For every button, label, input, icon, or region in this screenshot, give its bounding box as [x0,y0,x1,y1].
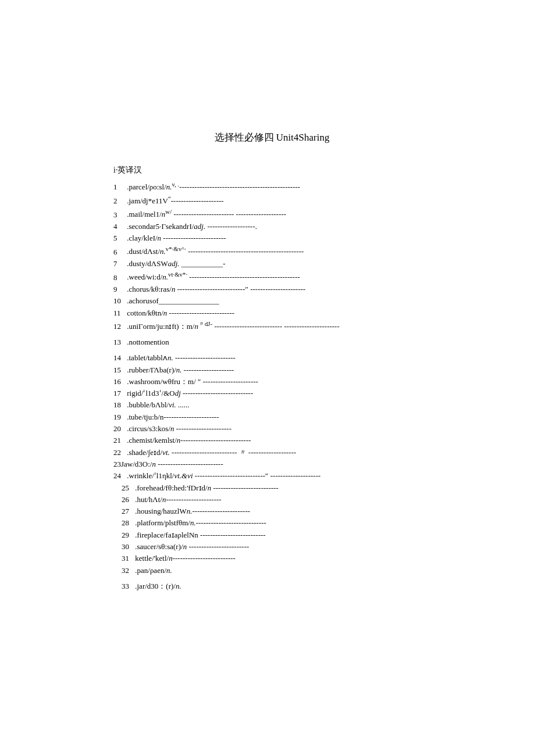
entry-dashes: -------------------------- [198,531,266,539]
entry-dashes: -------------------------- 〃 -----------… [170,448,297,457]
entry-word: .tube/tju:b/n [127,413,163,421]
entry-pos: n. [190,518,196,527]
vocab-entry: 4 .secondar5∙ΓsekandrI/adj. ------------… [113,223,477,230]
entry-number: 19 [113,413,125,421]
entry-dashes: ------------------------- [173,554,236,562]
vocab-entry: 29 .fireplace/faɪaρlelNn ---------------… [122,531,477,539]
entry-list-indented: 25 .forehead/fθ:hed:'fDrɪd/n -----------… [122,484,477,590]
entry-number: 28 [122,519,133,526]
entry-list: 1 .parcel/ρo:sl/n.v, .------------------… [113,181,477,479]
entry-sup: 〃dJ- [198,320,212,327]
entry-dashes: ----------------------------------------… [186,248,304,256]
entry-word: .hut/hΛt/ [135,495,162,504]
page-title: 选择性必修四 Unit4Sharing [67,131,477,144]
vocab-entry: 12 .uniΓorm/ju:nɪft)：m/n〃dJ- -----------… [113,321,477,330]
entry-dashes: ----------------------- [192,507,250,515]
entry-number: 20 [113,425,125,432]
entry-word: .parcel/ρo:sl/ [127,182,166,191]
entry-number: 27 [122,507,133,515]
entry-word: .uniΓorm/ju:nɪft)：m/ [127,322,194,331]
entry-word: .dust/dΛst/ [127,248,160,256]
entry-number: 13 [113,338,125,346]
entry-number: 31 [122,554,133,562]
entry-number: 17 [113,389,125,397]
vocab-entry: 27 .housing/hauzlWn.--------------------… [122,507,477,515]
entry-number: 25 [122,484,133,492]
vocab-entry: 25 .forehead/fθ:hed:'fDrɪd/n -----------… [122,484,477,492]
entry-word: .wrinkle/ˈl1ηkl/ [127,471,174,480]
entry-number: 26 [122,496,133,503]
vocab-entry: 26 .hut/hΛt/n---------------------- [122,496,477,503]
vocab-entry: 17 rigid/ˈl1d3ˈ/&Odj -------------------… [113,389,477,397]
entry-pos: n. [176,366,182,374]
entry-number: 29 [122,531,133,539]
entry-pos: n. [166,182,172,191]
entry-word: .jar/d30：(r)/ [135,582,176,590]
entry-number: 32 [122,567,133,574]
entry-dashes: -------------------------- [167,309,234,317]
entry-number: 5 [113,234,125,242]
entry-dashes: ---------------------- [203,377,258,386]
entry-word: .weed/wi:d/ [127,273,162,282]
entry-word: .clay/kleI/ [127,234,157,242]
vocab-entry: 31 kettle/'ketl/n-----------------------… [122,554,477,562]
entry-pos: dj [175,389,181,397]
entry-word: .tablet/tabblʌ [127,353,167,362]
vocab-entry: 33 .jar/d30：(r)/n. [122,582,477,590]
entry-number: 14 [113,354,125,361]
entry-word: rigid/ˈl1d3ˈ/&O [127,389,174,397]
entry-word: .mail/mel1/ [127,210,162,219]
entry-dashes: ---------------------------- [180,436,251,445]
entry-dashes: ----------------------- [172,210,231,219]
entry-dashes: --------------------- [171,196,224,205]
entry-sup: v, . [172,181,180,188]
entry-word: .washroom/wθfru：m/ ″ [127,377,202,386]
entry-word: .rubber/ΓΛba(r)/ [127,366,176,374]
vocab-entry: 10 .achorusof________________ [113,297,477,304]
entry-dashes: ---------------------------- [196,518,266,527]
entry-pos: n. [176,582,181,590]
entry-number: 30 [122,543,133,550]
entry-dashes: -------------------. [205,222,257,231]
entry-pos: adj. [194,222,205,231]
entry-number: 21 [113,436,125,444]
entry-word: .bubble/bΛbl/ [127,400,169,409]
vocab-entry: 8 .weed/wi:d/n.vt∙&v*∙ -----------------… [113,271,477,281]
entry-word: .chorus/kθ:ras/ [127,285,172,293]
entry-word: .achorusof [127,296,159,305]
entry-dashes: ---------------------- [163,413,219,421]
entry-number: 8 [113,274,125,281]
entry-dashes: ---------------------------″ -----------… [175,285,305,293]
entry-number: 33 [122,582,133,590]
entry-pos: n. [160,248,166,256]
entry-number: 4 [113,223,125,230]
vocab-entry: 14 .tablet/tabblʌn. --------------------… [113,354,477,361]
entry-word: .chemist/kemlst/ [127,436,177,445]
vocab-entry: 6 .dust/dΛst/n.v*∙&v^∙ -----------------… [113,246,477,255]
vocab-entry: 32 .pan/ρaen/n. [122,567,477,574]
entry-dashes: ----------------------------″ ----------… [193,471,321,480]
entry-word: .dusty/dΛSW [127,259,167,268]
vocab-entry: 7 .dusty/dΛSWadj. ___________- [113,260,477,267]
vocab-entry: 11 cotton/kθtn/n -----------------------… [113,309,477,317]
vocab-entry: 2 .jam/dj*e11V“--------------------- [113,195,477,205]
entry-pos: n. [162,273,168,282]
document-page: 选择性必修四 Unit4Sharing i·英译汉 1 .parcel/ρo:s… [0,0,535,590]
vocab-entry: 18 .bubble/bΛbl/vi. ...... [113,401,477,409]
entry-word: .forehead/fθ:hed:'fDrɪd/ [135,483,207,492]
entry-word: .fireplace/faɪaρlelNn [135,531,198,539]
entry-dashes: ----------------------------------------… [187,273,300,282]
entry-number: 24 [113,472,125,479]
entry-pos: vt.&vi [174,471,192,480]
entry-dashes: ----------------------------------------… [179,182,300,191]
entry-word: .secondar5∙ΓsekandrI/ [127,222,194,231]
vocab-entry: 3 .mail/mel1/nw/ -----------------------… [113,209,477,218]
entry-dashes: ...... [176,400,190,409]
entry-pos: adj. [168,259,180,268]
entry-pos: n. [166,566,172,575]
entry-dashes: ---------------------- [166,495,221,504]
vocab-entry: 13 .nottomention [113,338,477,346]
entry-word: 23Jaw/d3O:/ [113,460,152,468]
entry-number: 12 [113,323,125,330]
vocab-entry: 5 .clay/kleI/n ------------------------- [113,234,477,242]
